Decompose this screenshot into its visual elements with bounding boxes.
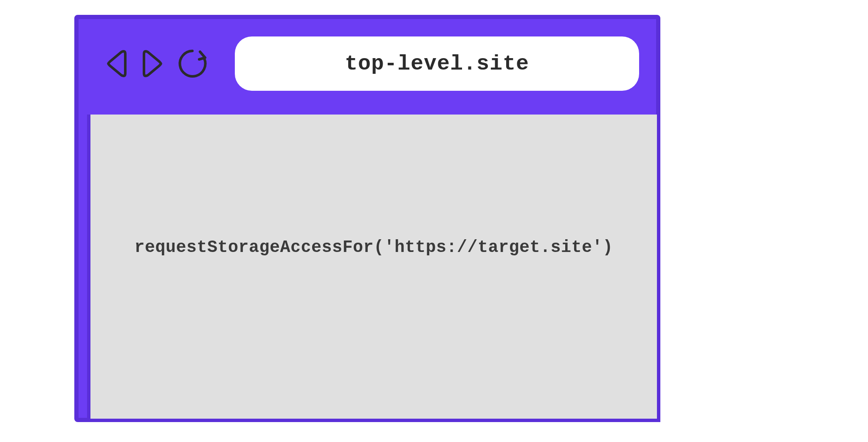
browser-window: top-level.site requestStorageAccessFor('… — [74, 15, 660, 422]
nav-buttons-group — [104, 47, 209, 81]
reload-icon[interactable] — [175, 47, 209, 81]
page-content: requestStorageAccessFor('https://target.… — [87, 115, 660, 422]
code-snippet: requestStorageAccessFor('https://target.… — [134, 238, 613, 257]
browser-toolbar: top-level.site — [79, 19, 656, 108]
forward-icon[interactable] — [140, 48, 165, 79]
address-bar-url: top-level.site — [345, 52, 529, 76]
back-icon[interactable] — [104, 48, 130, 79]
address-bar[interactable]: top-level.site — [235, 36, 639, 91]
